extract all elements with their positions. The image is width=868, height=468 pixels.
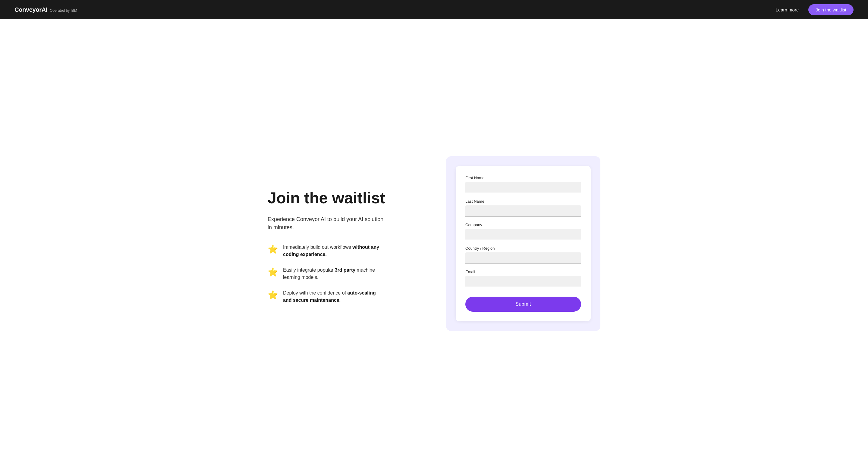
feature-item-1: ⭐ Immediately build out workflows withou… bbox=[268, 244, 422, 258]
first-name-label: First Name bbox=[465, 175, 581, 180]
email-label: Email bbox=[465, 270, 581, 274]
feature-item-2: ⭐ Easily integrate popular 3rd party mac… bbox=[268, 267, 422, 281]
nav-actions: Learn more Join the waitlist bbox=[776, 4, 854, 15]
right-panel: First Name Last Name Company Country / R… bbox=[446, 37, 600, 450]
main-content: Join the waitlist Experience Conveyor AI… bbox=[253, 19, 615, 468]
features-list: ⭐ Immediately build out workflows withou… bbox=[268, 244, 422, 304]
form-card: First Name Last Name Company Country / R… bbox=[456, 166, 591, 321]
last-name-label: Last Name bbox=[465, 199, 581, 204]
brand-conveyor: Conveyor bbox=[14, 6, 41, 13]
brand-subtitle: Operated by IBM bbox=[50, 8, 77, 13]
first-name-input[interactable] bbox=[465, 182, 581, 193]
country-input[interactable] bbox=[465, 253, 581, 264]
learn-more-button[interactable]: Learn more bbox=[776, 7, 799, 12]
company-input[interactable] bbox=[465, 229, 581, 240]
page-title: Join the waitlist bbox=[268, 190, 422, 207]
form-group-company: Company bbox=[465, 223, 581, 240]
feature-text-3: Deploy with the confidence of auto-scali… bbox=[283, 290, 385, 304]
form-group-country: Country / Region bbox=[465, 246, 581, 264]
country-label: Country / Region bbox=[465, 246, 581, 250]
star-icon-1: ⭐ bbox=[268, 244, 278, 254]
company-label: Company bbox=[465, 223, 581, 227]
feature-text-1: Immediately build out workflows without … bbox=[283, 244, 385, 258]
left-panel: Join the waitlist Experience Conveyor AI… bbox=[268, 37, 422, 450]
form-group-last-name: Last Name bbox=[465, 199, 581, 216]
page-subtitle: Experience Conveyor AI to build your AI … bbox=[268, 215, 388, 232]
nav-join-waitlist-button[interactable]: Join the waitlist bbox=[808, 4, 854, 15]
last-name-input[interactable] bbox=[465, 205, 581, 216]
submit-button[interactable]: Submit bbox=[465, 297, 581, 312]
navigation: ConveyorAI Operated by IBM Learn more Jo… bbox=[0, 0, 868, 19]
star-icon-2: ⭐ bbox=[268, 267, 278, 277]
brand-name: ConveyorAI bbox=[14, 6, 47, 13]
form-group-first-name: First Name bbox=[465, 175, 581, 193]
feature-item-3: ⭐ Deploy with the confidence of auto-sca… bbox=[268, 290, 422, 304]
email-input[interactable] bbox=[465, 276, 581, 287]
brand-ai: AI bbox=[41, 6, 47, 13]
logo: ConveyorAI Operated by IBM bbox=[14, 6, 77, 13]
star-icon-3: ⭐ bbox=[268, 290, 278, 300]
form-group-email: Email bbox=[465, 270, 581, 287]
form-outer: First Name Last Name Company Country / R… bbox=[446, 156, 600, 331]
feature-text-2: Easily integrate popular 3rd party machi… bbox=[283, 267, 385, 281]
